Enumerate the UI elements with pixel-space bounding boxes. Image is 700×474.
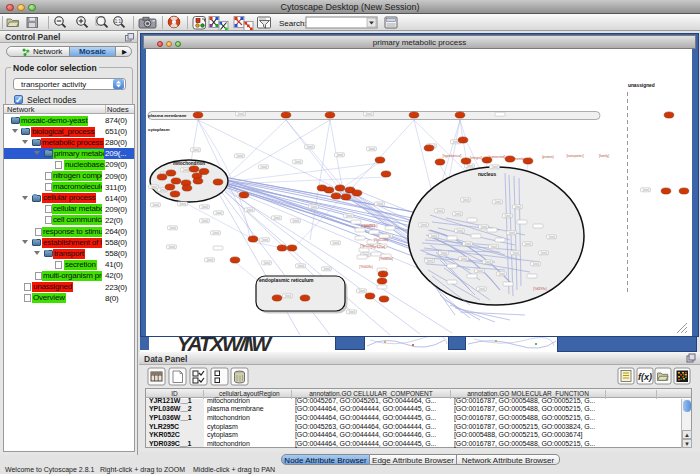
svg-text:[Ydl199c]: [Ydl199c] (533, 287, 546, 291)
svg-text:[xxxx]: [xxxx] (170, 226, 177, 230)
svg-text:[xxxx]: [xxxx] (485, 260, 492, 264)
svg-text:[xxxx]: [xxxx] (216, 211, 223, 215)
svg-text:[xxxx]: [xxxx] (237, 154, 244, 158)
svg-text:[xxxx]: [xxxx] (461, 257, 468, 261)
svg-text:[xxxx]: [xxxx] (505, 214, 512, 218)
svg-text:[xxxx]: [xxxx] (153, 203, 160, 207)
svg-text:[xxxx]: [xxxx] (274, 216, 281, 220)
svg-text:[xxxx]: [xxxx] (533, 262, 540, 266)
svg-text:[xxxx]: [xxxx] (261, 165, 268, 169)
svg-text:[xxxx]: [xxxx] (377, 202, 384, 206)
svg-text:[xxxx]: [xxxx] (247, 208, 254, 212)
svg-text:cytoplasm: cytoplasm (148, 127, 170, 132)
svg-text:[xxxx]: [xxxx] (193, 148, 200, 152)
svg-text:[xxxx]: [xxxx] (202, 205, 209, 209)
svg-text:[xxxx]: [xxxx] (264, 261, 271, 265)
svg-text:[hypothetical]: [hypothetical] (443, 154, 462, 158)
svg-text:[Ynl065w]: [Ynl065w] (379, 257, 393, 261)
svg-text:[family]: [family] (599, 154, 609, 158)
svg-text:[xxxx]: [xxxx] (495, 200, 502, 204)
svg-text:[xxxx]: [xxxx] (457, 229, 464, 233)
svg-text:[xxxx]: [xxxx] (183, 168, 190, 172)
svg-text:[xxxx]: [xxxx] (169, 245, 176, 249)
svg-text:[xxxx]: [xxxx] (202, 219, 209, 223)
svg-text:[xxxx]: [xxxx] (441, 251, 448, 255)
svg-text:[xxxx]: [xxxx] (298, 264, 305, 268)
svg-text:[xxxx]: [xxxx] (311, 205, 318, 209)
svg-text:[xxxx]: [xxxx] (525, 242, 532, 246)
svg-text:[xxxx]: [xxxx] (431, 234, 438, 238)
svg-text:[xxxx]: [xxxx] (180, 202, 187, 206)
svg-text:[xxxx]: [xxxx] (324, 267, 331, 271)
svg-text:endoplasmic reticulum: endoplasmic reticulum (259, 277, 314, 283)
svg-text:[xxxx]: [xxxx] (492, 165, 499, 169)
svg-text:[xxxx]: [xxxx] (491, 245, 498, 249)
svg-text:[xxxx]: [xxxx] (515, 205, 522, 209)
svg-text:[xxxx]: [xxxx] (455, 212, 462, 216)
svg-text:[xxxx]: [xxxx] (295, 160, 302, 164)
svg-text:[xxxx]: [xxxx] (346, 214, 353, 218)
svg-text:[xxxx]: [xxxx] (262, 238, 269, 242)
svg-text:[xxxx]: [xxxx] (467, 164, 474, 168)
svg-text:[xxxx]: [xxxx] (213, 231, 220, 235)
svg-text:[xxxx]: [xxxx] (643, 188, 650, 192)
svg-text:[xxxx]: [xxxx] (427, 259, 434, 263)
svg-text:[xxxx]: [xxxx] (285, 294, 292, 298)
svg-text:f(x): f(x) (638, 372, 652, 382)
svg-text:unassigned: unassigned (628, 83, 655, 88)
svg-text:[integral]: [integral] (470, 156, 482, 160)
svg-text:[xxxx]: [xxxx] (366, 112, 373, 116)
svg-text:[xxxx]: [xxxx] (465, 242, 472, 246)
svg-text:[xxxx]: [xxxx] (207, 258, 214, 262)
svg-text:[Ybr043c]: [Ybr043c] (361, 224, 375, 228)
svg-text:[xxxx]: [xxxx] (238, 112, 245, 116)
svg-text:[xxxx]: [xxxx] (481, 225, 488, 229)
svg-text:[xxxx]: [xxxx] (499, 272, 506, 276)
svg-text:[Ypr156c]: [Ypr156c] (360, 244, 374, 248)
svg-text:nucleus: nucleus (478, 172, 496, 177)
svg-text:[xxxx]: [xxxx] (509, 231, 516, 235)
svg-text:plasma membrane: plasma membrane (148, 113, 187, 118)
svg-text:[xxxx]: [xxxx] (513, 251, 520, 255)
svg-text:[xxxx]: [xxxx] (333, 241, 340, 245)
svg-text:[xxxx]: [xxxx] (337, 153, 344, 157)
svg-text:[xxxx]: [xxxx] (307, 145, 314, 149)
svg-text:[xxxx]: [xxxx] (477, 269, 484, 273)
svg-text:[transporter]: [transporter] (566, 154, 583, 158)
svg-text:[xxxx]: [xxxx] (463, 198, 470, 202)
svg-text:[xxxx]: [xxxx] (359, 289, 366, 293)
svg-text:[xxxx]: [xxxx] (369, 147, 376, 151)
svg-text:[protein]: [protein] (542, 155, 554, 159)
svg-text:1:1: 1:1 (115, 19, 122, 24)
svg-text:[Yhl008c]: [Yhl008c] (359, 265, 372, 269)
svg-text:mitochondrion: mitochondrion (173, 161, 205, 166)
svg-text:[Ygl114w]: [Ygl114w] (374, 238, 388, 242)
svg-text:[xxxx]: [xxxx] (541, 251, 548, 255)
svg-text:[xxxx]: [xxxx] (293, 219, 300, 223)
svg-text:[xxxx]: [xxxx] (349, 310, 356, 314)
svg-text:[xxxx]: [xxxx] (437, 209, 444, 213)
svg-text:Search:: Search: (279, 19, 307, 28)
svg-text:[xxxx]: [xxxx] (479, 287, 486, 291)
svg-text:[xxxx]: [xxxx] (151, 185, 158, 189)
svg-text:[xxxx]: [xxxx] (549, 235, 556, 239)
svg-text:[xxxx]: [xxxx] (421, 223, 428, 227)
